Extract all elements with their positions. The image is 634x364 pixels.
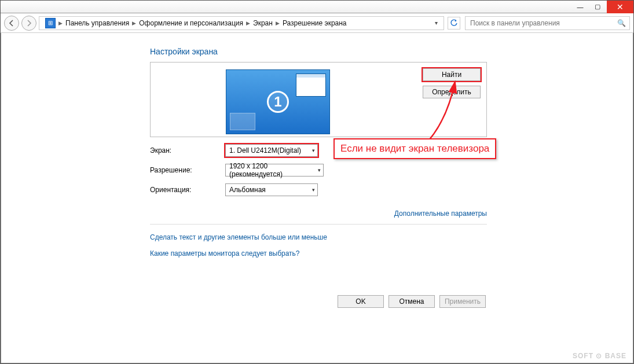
divider — [150, 224, 487, 225]
advanced-settings-link[interactable]: Дополнительные параметры — [394, 209, 487, 218]
forward-button[interactable] — [21, 16, 36, 31]
which-settings-link[interactable]: Какие параметры монитора следует выбрать… — [150, 249, 300, 258]
page-title: Настройки экрана — [150, 47, 487, 56]
window-frame: — ▢ ✕ ⊞ ▶ Панель управления ▶ Оформление… — [0, 0, 634, 364]
chevron-right-icon: ▶ — [58, 20, 63, 26]
close-button[interactable]: ✕ — [607, 1, 633, 13]
chevron-right-icon: ▶ — [276, 20, 280, 26]
chevron-down-icon: ▾ — [318, 167, 321, 173]
maximize-button[interactable]: ▢ — [589, 2, 606, 12]
search-box[interactable]: 🔍 — [465, 16, 630, 30]
orientation-select-value: Альбомная — [229, 186, 266, 194]
breadcrumb-item[interactable]: Оформление и персонализация — [139, 19, 243, 27]
search-icon[interactable]: 🔍 — [617, 19, 626, 27]
chevron-right-icon: ▶ — [246, 20, 250, 26]
detect-button[interactable]: Найти — [423, 68, 481, 81]
control-panel-icon: ⊞ — [45, 18, 56, 28]
minimize-button[interactable]: — — [572, 2, 588, 12]
monitor-number-badge: 1 — [267, 91, 289, 113]
window-icon — [296, 73, 326, 97]
breadcrumb[interactable]: ⊞ ▶ Панель управления ▶ Оформление и пер… — [39, 16, 444, 30]
display-label: Экран: — [150, 146, 225, 155]
resolution-select-value: 1920 x 1200 (рекомендуется) — [229, 162, 314, 178]
navbar: ⊞ ▶ Панель управления ▶ Оформление и пер… — [1, 13, 633, 33]
resolution-select[interactable]: 1920 x 1200 (рекомендуется) ▾ — [225, 164, 324, 177]
titlebar: — ▢ ✕ — [1, 1, 633, 13]
search-input[interactable] — [469, 19, 617, 28]
display-select-value: 1. Dell U2412M(Digital) — [229, 146, 301, 155]
chevron-right-icon: ▶ — [132, 20, 136, 26]
resolution-label: Разрешение: — [150, 166, 225, 174]
annotation-callout: Если не видит экран телевизора — [334, 138, 496, 159]
chevron-down-icon: ▾ — [312, 187, 315, 193]
watermark: SOFT ⊙ BASE — [573, 352, 626, 360]
orientation-label: Ориентация: — [150, 186, 225, 194]
cancel-button[interactable]: Отмена — [389, 295, 435, 308]
identify-button[interactable]: Определить — [423, 86, 481, 98]
taskbar-icon — [230, 113, 255, 130]
chevron-down-icon: ▾ — [312, 148, 315, 153]
breadcrumb-item[interactable]: Разрешение экрана — [283, 19, 347, 27]
refresh-button[interactable] — [448, 17, 460, 30]
apply-button[interactable]: Применить — [439, 295, 486, 308]
ok-button[interactable]: OK — [338, 295, 384, 308]
breadcrumb-item[interactable]: Экран — [253, 19, 273, 27]
display-preview-box: 1 Найти Определить — [150, 62, 487, 137]
display-select[interactable]: 1. Dell U2412M(Digital) ▾ — [225, 144, 318, 157]
chevron-down-icon[interactable]: ▾ — [433, 20, 440, 26]
breadcrumb-item[interactable]: Панель управления — [65, 19, 129, 27]
text-size-link[interactable]: Сделать текст и другие элементы больше и… — [150, 233, 327, 241]
orientation-select[interactable]: Альбомная ▾ — [225, 183, 318, 196]
dialog-buttons: OK Отмена Применить — [338, 295, 486, 308]
back-button[interactable] — [4, 16, 19, 31]
monitor-thumbnail[interactable]: 1 — [226, 69, 330, 134]
